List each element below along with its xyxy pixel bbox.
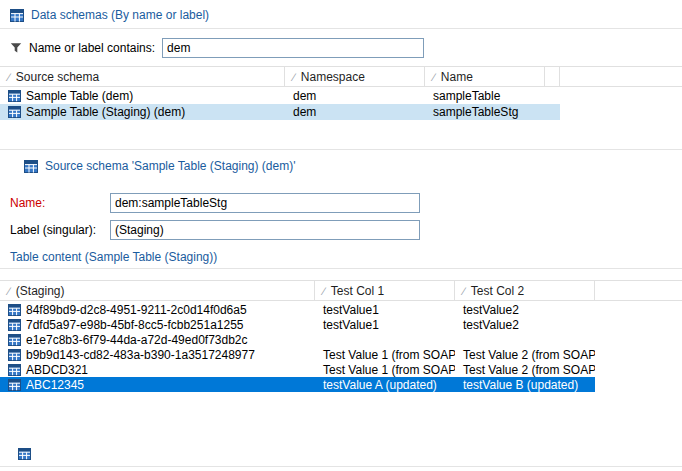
table-row[interactable]: Sample Table (dem) dem sampleTable [0, 88, 560, 104]
column-header-label: Test Col 2 [471, 284, 524, 298]
new-row-table-icon[interactable] [18, 448, 31, 460]
cell-id: 7dfd5a97-e98b-45bf-8cc5-fcbb251a1255 [26, 318, 244, 332]
column-header-filler [595, 281, 682, 300]
sort-icon: ∕ [463, 285, 465, 297]
filter-label: Name or label contains: [29, 41, 155, 55]
section-title-data-schemas: Data schemas (By name or label) [10, 7, 209, 23]
funnel-icon [10, 42, 22, 54]
cell-name: sampleTable [433, 89, 500, 103]
sort-icon: ∕ [433, 71, 435, 83]
section-title-label: Source schema 'Sample Table (Staging) (d… [45, 159, 295, 173]
table-row[interactable]: 84f89bd9-d2c8-4951-9211-2c0d14f0d6a5 tes… [0, 302, 595, 317]
separator [0, 28, 682, 29]
cell-test-col-2: Test Value 2 (from SOAP) [463, 348, 595, 362]
name-label: Name: [10, 193, 45, 213]
table-row-selected[interactable]: Sample Table (Staging) (dem) dem sampleT… [0, 104, 560, 120]
cell-test-col-1: testValue A (updated) [323, 378, 437, 392]
filter-input[interactable] [162, 38, 424, 58]
column-header-label: Source schema [16, 70, 99, 84]
cell-id: 84f89bd9-d2c8-4951-9211-2c0d14f0d6a5 [26, 303, 247, 317]
separator [0, 149, 682, 150]
section-title-source-schema: Source schema 'Sample Table (Staging) (d… [24, 158, 295, 174]
table-icon [8, 90, 21, 102]
schemas-grid-header: ∕ Source schema ∕ Namespace ∕ Name [0, 66, 682, 87]
table-icon [8, 304, 21, 316]
table-row-selected[interactable]: ABC12345 testValue A (updated) testValue… [0, 377, 595, 392]
separator [0, 268, 682, 269]
sort-icon: ∕ [8, 285, 10, 297]
section-title-label: Table content (Sample Table (Staging)) [10, 250, 217, 264]
column-header-label: Namespace [301, 70, 365, 84]
cell-test-col-1: Test Value 1 (from SOAP) [323, 363, 455, 377]
cell-source-schema: Sample Table (Staging) (dem) [26, 105, 185, 119]
sort-icon: ∕ [323, 285, 325, 297]
sort-icon: ∕ [293, 71, 295, 83]
table-icon [8, 349, 21, 361]
name-input[interactable] [110, 193, 420, 213]
cell-source-schema: Sample Table (dem) [26, 89, 133, 103]
cell-namespace: dem [293, 89, 316, 103]
separator [0, 466, 682, 467]
column-header-label: Test Col 1 [331, 284, 384, 298]
app-window: Data schemas (By name or label) Name or … [0, 0, 682, 471]
filter-row: Name or label contains: [10, 37, 424, 59]
cell-id: ABDCD321 [26, 363, 88, 377]
column-header-source-schema[interactable]: ∕ Source schema [0, 67, 285, 86]
table-row[interactable]: ABDCD321 Test Value 1 (from SOAP) Test V… [0, 362, 595, 377]
cell-test-col-2: testValue2 [463, 318, 519, 332]
cell-id: b9b9d143-cd82-483a-b390-1a3517248977 [26, 348, 255, 362]
column-header-test-col-2[interactable]: ∕ Test Col 2 [455, 281, 595, 300]
section-title-label: Data schemas (By name or label) [31, 8, 209, 22]
column-header-namespace[interactable]: ∕ Namespace [285, 67, 425, 86]
cell-name: sampleTableStg [433, 105, 518, 119]
table-row[interactable]: e1e7c8b3-6f79-44da-a72d-49ed0f73db2c [0, 332, 595, 347]
cell-test-col-2: testValue B (updated) [463, 378, 578, 392]
cell-test-col-1: testValue1 [323, 318, 379, 332]
cell-test-col-2: testValue2 [463, 303, 519, 317]
column-header-label: (Staging) [16, 284, 65, 298]
cell-namespace: dem [293, 105, 316, 119]
table-row[interactable]: 7dfd5a97-e98b-45bf-8cc5-fcbb251a1255 tes… [0, 317, 595, 332]
cell-id: e1e7c8b3-6f79-44da-a72d-49ed0f73db2c [26, 333, 248, 347]
table-row[interactable]: b9b9d143-cd82-483a-b390-1a3517248977 Tes… [0, 347, 595, 362]
cell-test-col-1: Test Value 1 (from SOAP) [323, 348, 455, 362]
schema-icon [10, 9, 24, 22]
table-icon [8, 379, 21, 391]
cell-test-col-2: Test Value 2 (from SOAP) [463, 363, 595, 377]
table-icon [8, 334, 21, 346]
column-header-test-col-1[interactable]: ∕ Test Col 1 [315, 281, 455, 300]
cell-id: ABC12345 [26, 378, 84, 392]
cell-test-col-1: testValue1 [323, 303, 379, 317]
table-icon [8, 319, 21, 331]
sort-icon: ∕ [8, 71, 10, 83]
column-header-label: Name [441, 70, 473, 84]
label-singular-input[interactable] [110, 220, 420, 240]
section-title-table-content: Table content (Sample Table (Staging)) [10, 249, 217, 265]
schema-icon [24, 160, 38, 173]
label-singular-label: Label (singular): [10, 220, 96, 240]
table-icon [8, 364, 21, 376]
column-header-name[interactable]: ∕ Name [425, 67, 545, 86]
table-icon [8, 106, 21, 118]
column-header-staging[interactable]: ∕ (Staging) [0, 281, 315, 300]
column-header-filler [560, 67, 682, 86]
column-header-filler [545, 67, 560, 86]
content-grid-header: ∕ (Staging) ∕ Test Col 1 ∕ Test Col 2 [0, 280, 682, 301]
